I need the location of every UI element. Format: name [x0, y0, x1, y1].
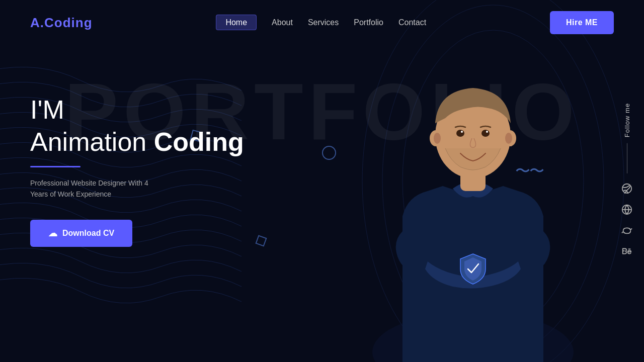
nav-item-services[interactable]: Services: [308, 18, 339, 27]
svg-point-11: [434, 133, 441, 144]
nav-item-home[interactable]: Home: [216, 18, 257, 27]
hero-person-image: [352, 40, 594, 362]
hero-im-text: I'M: [30, 96, 282, 124]
refresh-icon[interactable]: [620, 224, 634, 238]
hero-name-plain: Animation: [30, 127, 146, 156]
svg-point-7: [481, 130, 490, 137]
svg-point-8: [461, 131, 463, 133]
hero-section: I'M Animation Coding Professional Websit…: [0, 45, 644, 362]
navbar: A.Coding Home About Services Portfolio C…: [0, 0, 644, 45]
download-cv-button[interactable]: ☁ Download CV: [30, 220, 132, 247]
logo[interactable]: A.Coding: [30, 15, 93, 31]
basketball-icon[interactable]: [620, 203, 634, 217]
svg-point-13: [505, 133, 512, 144]
svg-point-9: [486, 131, 488, 133]
social-icons-group: [620, 182, 634, 259]
nav-item-about[interactable]: About: [272, 18, 293, 27]
nav-item-portfolio[interactable]: Portfolio: [354, 18, 383, 27]
hero-description: Professional Website Designer With 4 Yea…: [30, 177, 161, 200]
nav-item-contact[interactable]: Contact: [398, 18, 426, 27]
nav-links: Home About Services Portfolio Contact: [216, 18, 426, 27]
hero-name: Animation Coding: [30, 126, 282, 157]
hero-content: I'M Animation Coding Professional Websit…: [30, 65, 282, 247]
download-btn-label: Download CV: [62, 229, 114, 238]
right-sidebar: Follow me: [620, 103, 634, 259]
dribbble-icon[interactable]: [620, 182, 634, 196]
behance-icon[interactable]: [620, 245, 634, 259]
download-icon: ☁: [48, 228, 57, 239]
sidebar-divider-line: [627, 143, 627, 173]
hire-me-button[interactable]: Hire ME: [550, 11, 614, 34]
hero-name-bold: Coding: [154, 127, 244, 156]
hero-divider: [30, 166, 80, 167]
svg-point-6: [456, 130, 464, 137]
follow-me-text: Follow me: [623, 103, 631, 137]
